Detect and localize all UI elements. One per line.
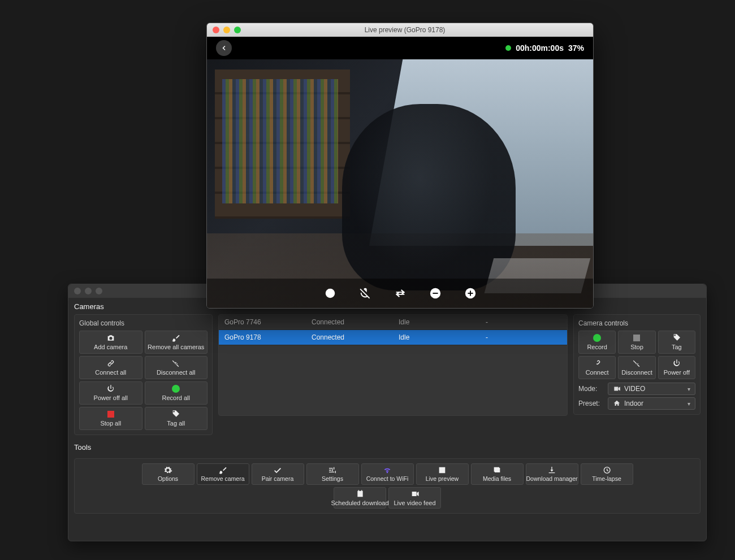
calendar-icon [356,489,365,498]
tag-icon [672,333,681,342]
preview-controls-bar [207,279,593,308]
power-icon [106,384,115,393]
traffic-light-close[interactable] [213,27,219,33]
camera-controls-panel: Camera controls Record Stop Tag [573,314,701,415]
sliders-icon [328,466,337,475]
traffic-light-close[interactable] [74,288,81,294]
camera-conn: Connected [306,330,393,345]
tag-button[interactable]: Tag [658,331,695,354]
zoom-in-button[interactable] [463,286,478,301]
link-icon [593,359,602,368]
traffic-light-minimize[interactable] [223,27,230,33]
live-preview-button[interactable]: Live preview [416,463,469,485]
camera-state: Idle [393,315,480,330]
mode-select[interactable]: VIDEO ▾ [608,383,695,395]
media-files-button[interactable]: Media files [471,463,524,485]
chevron-left-icon [220,45,227,51]
preview-topbar: 00h:00m:00s 37% [207,37,593,59]
videocam-icon [410,489,420,498]
record-icon [593,333,601,342]
wifi-icon [383,466,392,475]
disconnect-button[interactable]: Disconnect [618,356,655,379]
chevron-down-icon: ▾ [688,386,690,392]
live-video-feed-button[interactable]: Live video feed [388,487,441,509]
stop-icon [107,410,114,419]
link-icon [106,359,115,368]
camera-extra: - [480,315,567,330]
connect-wifi-button[interactable]: Connect to WiFi [361,463,414,485]
swap-icon [394,287,407,299]
preset-label: Preset: [578,400,604,407]
circle-icon [324,287,336,299]
unlink-icon [632,359,641,368]
download-icon [547,466,556,475]
shutter-button[interactable] [323,286,338,301]
video-icon [613,385,621,393]
disconnect-all-button[interactable]: Disconnect all [145,356,208,379]
record-button[interactable]: Record [578,331,616,354]
tools-label: Tools [74,443,701,452]
time-lapse-button[interactable]: Time-lapse [581,463,633,485]
brush-icon [171,333,180,342]
scheduled-download-button[interactable]: Scheduled download [334,487,386,509]
live-preview-window: Live preview (GoPro 9178) 00h:00m:00s 37… [206,23,594,309]
connect-all-button[interactable]: Connect all [79,356,142,379]
timecode: 00h:00m:00s [516,44,564,53]
camera-state: Idle [393,330,480,345]
camera-name: GoPro 7746 [219,315,306,330]
camera-extra: - [480,330,567,345]
tag-icon [171,410,180,419]
traffic-light-zoom[interactable] [96,288,102,294]
recording-status-icon [505,45,511,51]
camera-controls-title: Camera controls [578,319,695,327]
mode-label: Mode: [578,385,604,393]
camera-name: GoPro 9178 [219,330,306,345]
svg-rect-2 [433,293,438,294]
stop-icon [633,333,640,342]
images-icon [492,466,501,475]
traffic-light-zoom[interactable] [234,27,241,33]
main-app-window: Cameras Global controls Add camera Remov… [68,284,707,541]
camera-row[interactable]: GoPro 7746ConnectedIdle- [219,315,567,330]
tag-all-button[interactable]: Tag all [145,407,208,430]
power-off-all-button[interactable]: Power off all [79,381,142,405]
stop-all-button[interactable]: Stop all [79,407,142,430]
svg-rect-5 [470,290,471,296]
connect-button[interactable]: Connect [578,356,616,379]
svg-point-0 [325,289,335,298]
options-button[interactable]: Options [142,463,194,485]
back-button[interactable] [216,40,232,56]
brush-icon [218,466,227,475]
global-controls-panel: Global controls Add camera Remove all ca… [74,314,213,435]
download-manager-button[interactable]: Download manager [526,463,578,485]
record-all-button[interactable]: Record all [145,381,208,405]
preview-window-title: Live preview (GoPro 9178) [245,26,565,34]
minus-circle-icon [429,287,442,299]
traffic-light-minimize[interactable] [85,288,92,294]
settings-button[interactable]: Settings [306,463,359,485]
live-preview-image [207,59,593,308]
remove-camera-button[interactable]: Remove camera [197,463,249,485]
zoom-out-button[interactable] [428,286,443,301]
camera-row[interactable]: GoPro 9178ConnectedIdle- [219,330,567,345]
camera-conn: Connected [306,315,393,330]
add-camera-button[interactable]: Add camera [79,331,142,354]
swap-button[interactable] [393,286,408,301]
gear-icon [163,466,172,475]
mic-mute-button[interactable] [358,286,373,301]
chevron-down-icon: ▾ [688,401,690,407]
power-icon [672,359,681,368]
home-icon [613,400,621,407]
plus-circle-icon [464,287,477,299]
stop-button[interactable]: Stop [618,331,655,354]
image-icon [438,466,447,475]
battery-level: 37% [568,44,584,53]
global-controls-title: Global controls [79,319,207,327]
history-icon [602,466,611,475]
remove-all-cameras-button[interactable]: Remove all cameras [145,331,208,354]
preset-select[interactable]: Indoor ▾ [608,397,695,410]
power-off-button[interactable]: Power off [658,356,695,379]
camera-list[interactable]: GoPro 7746ConnectedIdle-GoPro 9178Connec… [218,314,568,416]
pair-camera-button[interactable]: Pair camera [252,463,304,485]
preview-titlebar: Live preview (GoPro 9178) [207,23,593,37]
